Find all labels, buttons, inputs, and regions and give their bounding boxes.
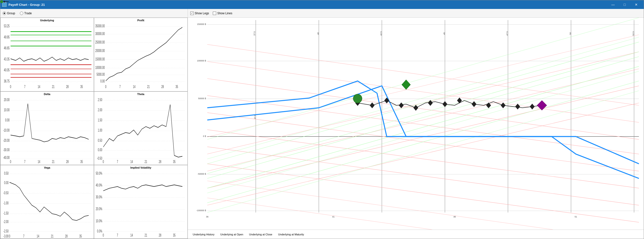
content-area: Group Trade Underlying 53.25 49.95 (0, 9, 644, 239)
legend: Underlying History Underlying at Open Un… (188, 230, 644, 239)
main-window: Payoff Chart - Group: 21 — □ ✕ Group Tra… (0, 0, 644, 239)
right-panel: Show Legs Show Lines 150000 $ 100000 $ 5… (188, 9, 644, 239)
legend-maturity-icon (0, 9, 644, 239)
legend-underlying-maturity: Underlying at Maturity (278, 233, 304, 236)
